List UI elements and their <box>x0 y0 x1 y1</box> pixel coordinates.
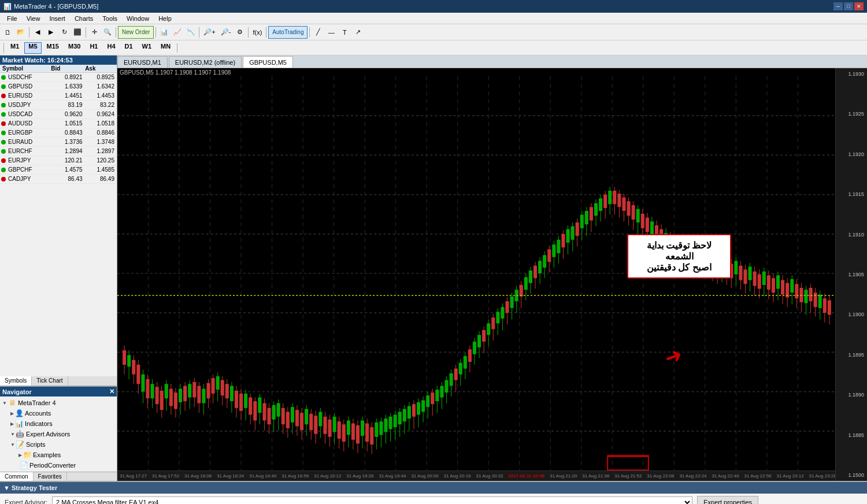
text-button[interactable]: T <box>338 26 351 39</box>
arrow-button[interactable]: ↗ <box>351 26 364 39</box>
toolbar-periods: M1 M5 M15 M30 H1 H4 D1 W1 MN <box>0 40 867 55</box>
chart-line-button[interactable]: 📉 <box>184 26 197 39</box>
trendline-button[interactable]: ╱ <box>312 26 324 39</box>
menu-tools[interactable]: Tools <box>98 14 122 23</box>
strategy-right-buttons: Start <box>763 494 867 504</box>
bid-value: 1.6339 <box>53 83 84 90</box>
zoom-in-button[interactable]: 🔍 <box>101 26 114 39</box>
hline-button[interactable]: — <box>325 26 338 39</box>
bid-value: 1.2894 <box>53 148 84 154</box>
back-button[interactable]: ◀ <box>31 26 44 39</box>
nav-period-converter[interactable]: 📄 PeriodConverter <box>0 460 117 470</box>
separator <box>266 27 266 38</box>
svg-rect-306 <box>762 272 766 285</box>
mw-row-eurusd[interactable]: EURUSD 1.4451 1.4453 <box>0 91 117 101</box>
price-1: 1.1930 <box>837 71 866 77</box>
ask-value: 1.4585 <box>85 166 117 173</box>
nav-expert-advisors[interactable]: ▼ 🤖 Expert Advisors <box>0 429 117 439</box>
nav-accounts[interactable]: ▶ 👤 Accounts <box>0 408 117 418</box>
mw-row-usdcad[interactable]: USDCAD 0.9620 0.9624 <box>0 110 117 119</box>
nav-metatrader4[interactable]: ▼ 🖥 MetaTrader 4 <box>0 398 117 408</box>
new-order-button[interactable]: New Order <box>118 26 154 39</box>
period-d1[interactable]: D1 <box>121 42 137 54</box>
symbol-name: USDCAD <box>7 111 53 117</box>
annotation-box: لاحظ توقيت بداية الشمعه اصبح كل دقيقتين <box>627 234 731 279</box>
status-dot <box>1 168 6 172</box>
nav-scripts[interactable]: ▼ 📝 Scripts <box>0 439 117 450</box>
menu-insert[interactable]: Insert <box>45 14 70 23</box>
symbol-name: EURAUD <box>7 139 53 145</box>
svg-rect-122 <box>333 417 336 432</box>
svg-rect-158 <box>417 402 420 415</box>
main-area: Market Watch: 16:24:53 Symbol Bid Ask US… <box>0 55 867 481</box>
chart-candle-button[interactable]: 📈 <box>171 26 184 39</box>
tab-common[interactable]: Common <box>0 472 34 481</box>
close-button[interactable]: ✕ <box>854 2 864 10</box>
bid-value: 0.8921 <box>53 74 84 80</box>
tab-tick-chart[interactable]: Tick Chart <box>32 376 68 386</box>
window-controls[interactable]: ─ □ ✕ <box>833 2 864 10</box>
examples-icon: 📁 <box>23 451 31 459</box>
maximize-button[interactable]: □ <box>844 2 853 10</box>
crosshair-button[interactable]: ✛ <box>88 26 101 39</box>
zoom-in-chart-button[interactable]: 🔎+ <box>201 26 217 39</box>
nav-scripts-label: Scripts <box>26 441 46 448</box>
menu-view[interactable]: View <box>22 14 45 23</box>
mw-row-euraud[interactable]: EURAUD 1.3736 1.3748 <box>0 138 117 147</box>
mw-row-audusd[interactable]: AUDUSD 1.0515 1.0518 <box>0 119 117 128</box>
svg-rect-40 <box>141 375 144 392</box>
period-m15[interactable]: M15 <box>43 42 63 54</box>
indicators-button[interactable]: f(x) <box>250 26 264 39</box>
period-h4[interactable]: H4 <box>103 42 119 54</box>
refresh-button[interactable]: ↻ <box>58 26 71 39</box>
navigator-header: Navigator ✕ <box>0 387 117 396</box>
tab-eurusd-m1[interactable]: EURUSD,M1 <box>117 56 168 68</box>
menu-charts[interactable]: Charts <box>70 14 98 23</box>
expert-properties-button[interactable]: Expert properties <box>697 496 758 504</box>
navigator-close-icon[interactable]: ✕ <box>109 388 114 395</box>
separator <box>309 27 310 38</box>
tab-eurusd-m2[interactable]: EURUSD,M2 (offline) <box>169 56 242 68</box>
mw-row-eurchf[interactable]: EURCHF 1.2894 1.2897 <box>0 147 117 156</box>
period-m5[interactable]: M5 <box>24 42 41 54</box>
mw-row-gbpusd[interactable]: GBPUSD 1.6339 1.6342 <box>0 82 117 91</box>
tab-gbpusd-m5[interactable]: GBPUSD,M5 <box>243 56 293 68</box>
svg-rect-326 <box>809 288 813 301</box>
stop-button[interactable]: ⬛ <box>71 26 84 39</box>
tab-symbols[interactable]: Symbols <box>0 376 32 386</box>
svg-rect-76 <box>225 384 229 398</box>
tab-favorites[interactable]: Favorites <box>34 472 67 481</box>
zoom-out-chart-button[interactable]: 🔎- <box>218 26 234 39</box>
mw-row-eurgbp[interactable]: EURGBP 0.8843 0.8846 <box>0 128 117 138</box>
ea-select[interactable]: 2 MA Crosses Mega filter EA V1.ex4 <box>52 496 692 504</box>
forward-button[interactable]: ▶ <box>45 26 57 39</box>
mw-row-usdchf[interactable]: USDCHF 0.8921 0.8925 <box>0 73 117 82</box>
nav-examples[interactable]: ▶ 📁 Examples <box>0 450 117 460</box>
menu-window[interactable]: Window <box>122 14 154 23</box>
period-m1[interactable]: M1 <box>6 42 23 54</box>
mw-row-cadjpy[interactable]: CADJPY 86.43 86.49 <box>0 175 117 184</box>
period-h1[interactable]: H1 <box>86 42 102 54</box>
svg-rect-140 <box>375 423 378 437</box>
minimize-button[interactable]: ─ <box>833 2 843 10</box>
mw-row-gbpchf[interactable]: GBPCHF 1.4575 1.4585 <box>0 165 117 175</box>
svg-rect-324 <box>804 290 807 303</box>
menu-file[interactable]: File <box>2 14 22 23</box>
period-mn[interactable]: MN <box>157 42 175 54</box>
new-button[interactable]: 🗋 <box>1 26 14 39</box>
mw-row-usdjpy[interactable]: USDJPY 83.19 83.22 <box>0 101 117 110</box>
price-5: 1.1910 <box>837 232 866 238</box>
chart-bar-button[interactable]: 📊 <box>158 26 171 39</box>
svg-rect-42 <box>146 379 149 398</box>
mw-row-eurjpy[interactable]: EURJPY 120.21 120.25 <box>0 156 117 165</box>
nav-indicators[interactable]: ▶ 📊 Indicators <box>0 418 117 429</box>
properties-button[interactable]: ⚙ <box>234 26 246 39</box>
open-button[interactable]: 📂 <box>14 26 27 39</box>
menu-help[interactable]: Help <box>154 14 176 23</box>
svg-rect-146 <box>389 417 392 429</box>
autotrading-button[interactable]: AutoTrading <box>268 26 307 39</box>
expand-icon: ▼ <box>2 401 7 406</box>
period-w1[interactable]: W1 <box>138 42 156 54</box>
period-m30[interactable]: M30 <box>64 42 84 54</box>
svg-rect-182 <box>473 342 476 354</box>
